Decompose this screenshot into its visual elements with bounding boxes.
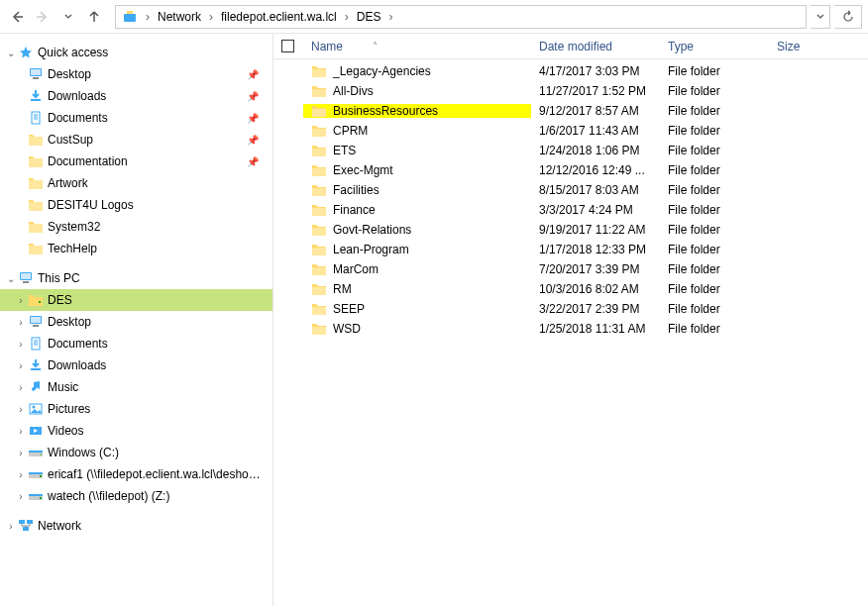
tree-label: Artwork	[48, 176, 88, 190]
breadcrumb-folder[interactable]: DES	[351, 6, 387, 28]
table-row[interactable]: Facilities8/15/2017 8:03 AMFile folder	[273, 180, 868, 200]
tree-label: Desktop	[48, 315, 91, 329]
folder-icon	[311, 125, 327, 138]
column-header-type[interactable]: Type	[660, 34, 769, 58]
expand-icon[interactable]: ›	[4, 519, 18, 533]
chevron-right-icon[interactable]: ›	[386, 10, 394, 24]
sidebar-item-ericaf1-filedepot-eclient-wa-lcl-deshome[interactable]: ›ericaf1 (\\filedepot.eclient.wa.lcl\des…	[0, 463, 272, 485]
chevron-right-icon[interactable]: ›	[343, 10, 351, 24]
sidebar-item-downloads[interactable]: Downloads📌	[0, 85, 272, 107]
table-row[interactable]: BusinessResources9/12/2017 8:57 AMFile f…	[273, 101, 868, 121]
breadcrumb-root[interactable]	[116, 6, 144, 28]
svg-rect-7	[31, 99, 41, 101]
sidebar-item-watech-filedepot-z-[interactable]: ›watech (\\filedepot) (Z:)	[0, 485, 272, 507]
expand-icon[interactable]: ›	[14, 489, 28, 503]
expand-icon[interactable]: ›	[14, 380, 28, 394]
svg-rect-32	[29, 494, 43, 496]
file-name: _Legacy-Agencies	[333, 64, 431, 78]
sidebar-item-pictures[interactable]: ›Pictures	[0, 398, 272, 420]
table-row[interactable]: WSD1/25/2018 11:31 AMFile folder	[273, 319, 868, 339]
table-row[interactable]: MarCom7/20/2017 3:39 PMFile folder	[273, 259, 868, 279]
expand-icon[interactable]: ›	[14, 467, 28, 481]
sidebar-item-downloads[interactable]: ›Downloads	[0, 354, 272, 376]
sidebar-item-custsup[interactable]: CustSup📌	[0, 129, 272, 151]
collapse-icon[interactable]: ⌄	[4, 46, 18, 59]
downloads-icon	[28, 88, 44, 104]
drive-icon	[28, 445, 44, 460]
sidebar-item-documentation[interactable]: Documentation📌	[0, 151, 272, 172]
folder-icon	[28, 153, 44, 169]
network-node[interactable]: › Network	[0, 515, 272, 537]
quick-access-node[interactable]: ⌄ Quick access	[0, 42, 272, 63]
file-date: 4/17/2017 3:03 PM	[531, 64, 660, 78]
svg-rect-18	[32, 338, 40, 350]
tree-label: Network	[38, 519, 81, 533]
svg-point-28	[40, 454, 42, 455]
sidebar-item-documents[interactable]: ›Documents	[0, 333, 272, 354]
table-row[interactable]: _Legacy-Agencies4/17/2017 3:03 PMFile fo…	[273, 61, 868, 81]
sidebar-item-system32[interactable]: System32	[0, 216, 272, 238]
forward-button[interactable]	[32, 6, 54, 28]
main-area: ⌄ Quick access Desktop📌Downloads📌Documen…	[0, 34, 868, 606]
table-row[interactable]: Govt-Relations9/19/2017 11:22 AMFile fol…	[273, 220, 868, 240]
tree-label: Desktop	[48, 67, 91, 81]
column-header-date[interactable]: Date modified	[531, 34, 660, 58]
sidebar-item-desktop[interactable]: ›Desktop	[0, 311, 272, 333]
sidebar-item-artwork[interactable]: Artwork	[0, 172, 272, 194]
sidebar-item-documents[interactable]: Documents📌	[0, 107, 272, 129]
documents-icon	[28, 110, 44, 126]
address-bar[interactable]: › Network › filedepot.eclient.wa.lcl › D…	[115, 5, 807, 29]
chevron-right-icon[interactable]: ›	[144, 10, 152, 24]
file-name: BusinessResources	[333, 104, 438, 118]
table-row[interactable]: Lean-Program1/17/2018 12:33 PMFile folde…	[273, 240, 868, 259]
collapse-icon[interactable]: ⌄	[4, 271, 18, 285]
file-name-cell: BusinessResources	[303, 104, 531, 118]
table-row[interactable]: ETS1/24/2018 1:06 PMFile folder	[273, 141, 868, 160]
expand-icon[interactable]: ›	[14, 293, 28, 307]
back-button[interactable]	[6, 6, 28, 28]
this-pc-node[interactable]: ⌄ This PC	[0, 267, 272, 289]
table-row[interactable]: SEEP3/22/2017 2:39 PMFile folder	[273, 299, 868, 319]
column-label: Name	[311, 40, 343, 53]
file-date: 1/6/2017 11:43 AM	[531, 124, 660, 138]
sidebar-item-des[interactable]: ›DES	[0, 289, 272, 311]
sidebar-item-desit4u-logos[interactable]: DESIT4U Logos	[0, 194, 272, 216]
column-header-name[interactable]: Name ˄	[303, 34, 531, 58]
pin-icon: 📌	[247, 135, 265, 146]
refresh-button[interactable]	[834, 5, 862, 29]
sidebar-item-windows-c-[interactable]: ›Windows (C:)	[0, 442, 272, 463]
svg-rect-6	[33, 77, 39, 79]
svg-rect-8	[32, 112, 40, 124]
desktop-icon	[28, 314, 44, 330]
column-header-size[interactable]: Size	[769, 34, 828, 58]
table-row[interactable]: Exec-Mgmt12/12/2016 12:49 ...File folder	[273, 160, 868, 180]
sidebar-item-desktop[interactable]: Desktop📌	[0, 63, 272, 85]
address-history-dropdown[interactable]	[811, 5, 830, 29]
file-date: 3/3/2017 4:24 PM	[531, 203, 660, 217]
tree-label: Downloads	[48, 89, 106, 103]
chevron-right-icon[interactable]: ›	[207, 10, 215, 24]
sidebar-item-music[interactable]: ›Music	[0, 376, 272, 398]
expand-icon[interactable]: ›	[14, 402, 28, 416]
select-all-checkbox[interactable]	[273, 34, 303, 58]
up-button[interactable]	[83, 6, 105, 28]
table-row[interactable]: RM10/3/2016 8:02 AMFile folder	[273, 279, 868, 299]
column-label: Type	[668, 40, 694, 53]
expand-icon[interactable]: ›	[14, 446, 28, 459]
expand-icon[interactable]: ›	[14, 337, 28, 351]
table-row[interactable]: CPRM1/6/2017 11:43 AMFile folder	[273, 121, 868, 141]
expand-icon[interactable]: ›	[14, 358, 28, 372]
folder-icon	[28, 241, 44, 256]
svg-point-24	[33, 406, 36, 409]
breadcrumb-network[interactable]: Network	[152, 6, 207, 28]
sidebar-item-techhelp[interactable]: TechHelp	[0, 238, 272, 259]
recent-dropdown[interactable]	[57, 6, 79, 28]
table-row[interactable]: Finance3/3/2017 4:24 PMFile folder	[273, 200, 868, 220]
table-row[interactable]: All-Divs11/27/2017 1:52 PMFile folder	[273, 81, 868, 101]
expand-icon[interactable]: ›	[14, 424, 28, 438]
file-name: MarCom	[333, 262, 379, 276]
expand-icon[interactable]: ›	[14, 315, 28, 329]
breadcrumb-host[interactable]: filedepot.eclient.wa.lcl	[215, 6, 343, 28]
sidebar-item-videos[interactable]: ›Videos	[0, 420, 272, 442]
pictures-icon	[28, 401, 44, 417]
